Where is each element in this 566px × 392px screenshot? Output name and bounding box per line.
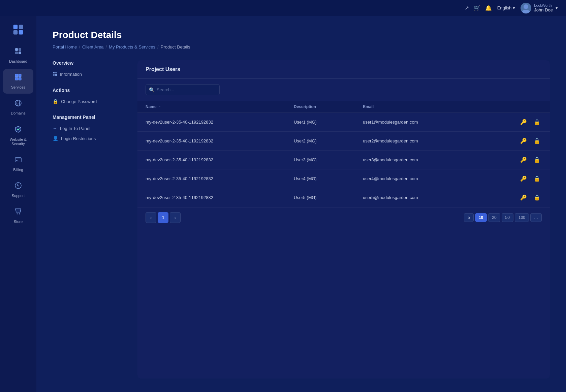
svg-rect-9: [19, 52, 21, 54]
cell-actions: 🔑 🔒: [481, 151, 550, 169]
billing-icon: [14, 156, 22, 166]
svg-rect-25: [53, 74, 55, 76]
services-icon: [14, 73, 22, 83]
sidebar-item-website-security[interactable]: Website & Security: [3, 121, 33, 150]
sort-arrow-name: ↑: [159, 105, 161, 109]
table-body: my-dev2user-2-35-40-1192192832 User1 (MG…: [137, 113, 550, 207]
dashboard-icon: [14, 47, 22, 57]
cell-description: User4 (MG): [286, 169, 355, 188]
sidebar-item-services[interactable]: Services: [3, 69, 33, 94]
table-row: my-dev2user-2-35-40-1192192832 User1 (MG…: [137, 113, 550, 132]
page-title: Product Details: [53, 30, 550, 40]
nav-label-login-panel: Log In To Panel: [60, 126, 90, 131]
sidebar-item-store[interactable]: Store: [3, 203, 33, 228]
user-menu[interactable]: LockWorth John Doe ▾: [521, 3, 558, 13]
nav-heading-overview: Overview: [53, 60, 127, 66]
table-row: my-dev2user-2-35-40-1192192832 User5 (MG…: [137, 188, 550, 207]
svg-rect-11: [19, 74, 21, 77]
lock-action-button[interactable]: 🔒: [532, 136, 542, 145]
breadcrumb-portal-home[interactable]: Portal Home: [53, 44, 77, 50]
lock-action-button[interactable]: 🔒: [532, 174, 542, 183]
nav-item-login-panel[interactable]: → Log In To Panel: [53, 123, 127, 133]
nav-item-login-restrictions[interactable]: 👤 Login Restrictions: [53, 133, 127, 143]
page-1-button[interactable]: 1: [158, 212, 168, 223]
svg-rect-7: [19, 48, 21, 51]
size-10-button[interactable]: 10: [475, 213, 487, 222]
size-50-button[interactable]: 50: [502, 213, 513, 222]
domains-icon: [14, 99, 22, 109]
lock-action-button[interactable]: 🔒: [532, 118, 542, 127]
next-page-button[interactable]: ›: [170, 212, 181, 223]
svg-point-0: [524, 4, 528, 9]
size-5-button[interactable]: 5: [464, 213, 474, 222]
breadcrumb-sep-1: /: [79, 44, 80, 50]
nav-label-information: Information: [60, 72, 82, 77]
page-size-buttons: 5 10 20 50 100 …: [464, 213, 542, 222]
key-action-button[interactable]: 🔑: [519, 155, 528, 164]
user-name: John Doe: [534, 7, 553, 12]
size-100-button[interactable]: 100: [515, 213, 529, 222]
size-20-button[interactable]: 20: [488, 213, 500, 222]
cell-description: User3 (MG): [286, 151, 355, 169]
search-input[interactable]: [146, 84, 220, 95]
nav-heading-actions: Actions: [53, 88, 127, 93]
website-security-icon: [14, 125, 22, 135]
user-icon: 👤: [53, 136, 58, 141]
content-row: Overview Information Actions 🔒 Change Pa…: [53, 60, 550, 379]
user-chevron-icon: ▾: [556, 5, 558, 10]
svg-rect-3: [19, 25, 23, 29]
lang-label: English: [497, 5, 512, 10]
key-action-button[interactable]: 🔑: [519, 193, 528, 202]
nav-heading-management: Management Panel: [53, 115, 127, 120]
chevron-down-icon: ▾: [513, 5, 515, 10]
nav-label-change-password: Change Password: [61, 99, 97, 104]
key-action-button[interactable]: 🔑: [519, 136, 528, 145]
cell-description: User2 (MG): [286, 132, 355, 151]
top-nav-icons: ↗ 🛒 🔔: [465, 5, 492, 11]
prev-page-button[interactable]: ‹: [146, 212, 156, 223]
cell-name: my-dev2user-2-35-40-1192192832: [137, 151, 286, 169]
nav-item-change-password[interactable]: 🔒 Change Password: [53, 96, 127, 106]
col-email: Email: [355, 101, 481, 113]
user-title: LockWorth: [534, 3, 552, 7]
svg-rect-18: [16, 160, 18, 161]
table-head: Name ↑ Description Email: [137, 101, 550, 113]
nav-item-information[interactable]: Information: [53, 69, 127, 79]
cell-actions: 🔑 🔒: [481, 188, 550, 207]
sidebar-item-dashboard[interactable]: Dashboard: [3, 43, 33, 68]
nav-section-actions: Actions 🔒 Change Password: [53, 88, 127, 106]
cell-description: User1 (MG): [286, 113, 355, 132]
svg-point-21: [17, 214, 18, 215]
breadcrumb-my-products[interactable]: My Products & Services: [109, 44, 155, 50]
sidebar: Dashboard Services Domains Website & Sec…: [0, 16, 36, 392]
cell-name: my-dev2user-2-35-40-1192192832: [137, 132, 286, 151]
sidebar-label-store: Store: [14, 220, 23, 224]
lock-action-button[interactable]: 🔒: [532, 193, 542, 202]
size-dots-button[interactable]: …: [530, 213, 542, 222]
lock-action-button[interactable]: 🔒: [532, 155, 542, 164]
svg-rect-2: [13, 25, 18, 29]
svg-rect-26: [55, 74, 57, 76]
pagination: ‹ 1 › 5 10 20 50 100 …: [137, 207, 550, 228]
logo[interactable]: [10, 22, 26, 38]
sidebar-item-domains[interactable]: Domains: [3, 95, 33, 120]
cart-icon[interactable]: 🛒: [474, 5, 480, 11]
share-icon[interactable]: ↗: [465, 5, 469, 11]
sidebar-item-support[interactable]: Support: [3, 177, 33, 202]
svg-point-20: [18, 187, 19, 188]
svg-rect-8: [15, 52, 18, 54]
cell-email: user5@modulesgarden.com: [355, 188, 481, 207]
key-action-button[interactable]: 🔑: [519, 174, 528, 183]
col-name[interactable]: Name ↑: [137, 101, 286, 113]
sidebar-item-billing[interactable]: Billing: [3, 152, 33, 176]
language-selector[interactable]: English ▾: [497, 5, 515, 10]
key-action-button[interactable]: 🔑: [519, 118, 528, 127]
information-icon: [53, 71, 57, 77]
notification-icon[interactable]: 🔔: [485, 5, 492, 11]
cell-description: User5 (MG): [286, 188, 355, 207]
sidebar-label-domains: Domains: [11, 111, 25, 116]
breadcrumb-client-area[interactable]: Client Area: [82, 44, 104, 50]
svg-rect-17: [15, 158, 21, 162]
table-row: my-dev2user-2-35-40-1192192832 User2 (MG…: [137, 132, 550, 151]
project-users-panel: Project Users 🔍 Name ↑: [137, 60, 550, 379]
